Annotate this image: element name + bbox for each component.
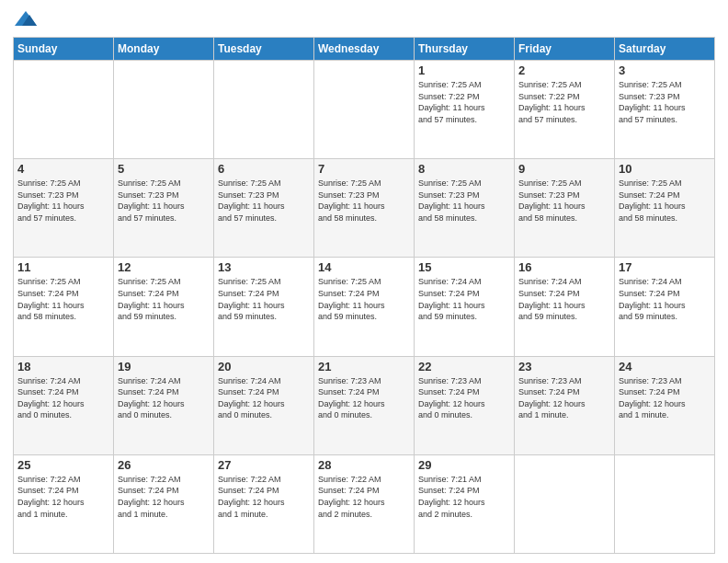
calendar-cell: 8Sunrise: 7:25 AM Sunset: 7:23 PM Daylig… — [415, 159, 515, 258]
calendar-cell: 6Sunrise: 7:25 AM Sunset: 7:23 PM Daylig… — [214, 159, 314, 258]
day-number: 24 — [619, 360, 711, 373]
day-info: Sunrise: 7:25 AM Sunset: 7:24 PM Dayligh… — [318, 276, 410, 322]
header-saturday: Saturday — [615, 38, 715, 61]
calendar-cell — [615, 454, 715, 553]
day-info: Sunrise: 7:22 AM Sunset: 7:24 PM Dayligh… — [118, 474, 210, 520]
day-info: Sunrise: 7:24 AM Sunset: 7:24 PM Dayligh… — [17, 375, 109, 421]
day-info: Sunrise: 7:23 AM Sunset: 7:24 PM Dayligh… — [619, 375, 711, 421]
header-sunday: Sunday — [14, 38, 114, 61]
day-info: Sunrise: 7:22 AM Sunset: 7:24 PM Dayligh… — [17, 474, 109, 520]
calendar-cell: 9Sunrise: 7:25 AM Sunset: 7:23 PM Daylig… — [515, 159, 615, 258]
calendar-cell — [14, 61, 114, 159]
day-number: 10 — [619, 162, 711, 176]
day-info: Sunrise: 7:22 AM Sunset: 7:24 PM Dayligh… — [218, 474, 310, 520]
day-info: Sunrise: 7:24 AM Sunset: 7:24 PM Dayligh… — [418, 276, 510, 322]
calendar-week-4: 18Sunrise: 7:24 AM Sunset: 7:24 PM Dayli… — [14, 356, 715, 454]
calendar-cell — [515, 454, 615, 553]
calendar-cell — [114, 61, 214, 159]
calendar-week-3: 11Sunrise: 7:25 AM Sunset: 7:24 PM Dayli… — [14, 258, 715, 356]
day-number: 9 — [518, 162, 610, 176]
day-number: 18 — [17, 360, 109, 373]
calendar-cell: 16Sunrise: 7:24 AM Sunset: 7:24 PM Dayli… — [515, 258, 615, 356]
calendar-cell: 14Sunrise: 7:25 AM Sunset: 7:24 PM Dayli… — [314, 258, 415, 356]
day-number: 6 — [218, 162, 310, 176]
calendar-cell: 29Sunrise: 7:21 AM Sunset: 7:24 PM Dayli… — [415, 454, 515, 553]
day-number: 3 — [619, 63, 711, 77]
day-number: 15 — [418, 260, 510, 274]
calendar-cell: 24Sunrise: 7:23 AM Sunset: 7:24 PM Dayli… — [615, 356, 715, 454]
day-info: Sunrise: 7:23 AM Sunset: 7:24 PM Dayligh… — [318, 375, 410, 421]
day-number: 13 — [218, 260, 310, 274]
calendar-table: SundayMondayTuesdayWednesdayThursdayFrid… — [13, 37, 715, 554]
calendar-cell — [214, 61, 314, 159]
day-info: Sunrise: 7:23 AM Sunset: 7:24 PM Dayligh… — [518, 375, 610, 421]
calendar-cell: 19Sunrise: 7:24 AM Sunset: 7:24 PM Dayli… — [114, 356, 214, 454]
day-number: 16 — [518, 260, 610, 274]
calendar-cell: 4Sunrise: 7:25 AM Sunset: 7:23 PM Daylig… — [14, 159, 114, 258]
day-info: Sunrise: 7:25 AM Sunset: 7:23 PM Dayligh… — [619, 79, 711, 125]
calendar-cell: 12Sunrise: 7:25 AM Sunset: 7:24 PM Dayli… — [114, 258, 214, 356]
day-info: Sunrise: 7:25 AM Sunset: 7:23 PM Dayligh… — [518, 178, 610, 224]
calendar-cell: 11Sunrise: 7:25 AM Sunset: 7:24 PM Dayli… — [14, 258, 114, 356]
day-number: 23 — [518, 360, 610, 373]
calendar-cell: 2Sunrise: 7:25 AM Sunset: 7:22 PM Daylig… — [515, 61, 615, 159]
day-info: Sunrise: 7:25 AM Sunset: 7:24 PM Dayligh… — [118, 276, 210, 322]
calendar-cell: 22Sunrise: 7:23 AM Sunset: 7:24 PM Dayli… — [415, 356, 515, 454]
day-number: 27 — [218, 458, 310, 472]
calendar-cell: 13Sunrise: 7:25 AM Sunset: 7:24 PM Dayli… — [214, 258, 314, 356]
day-info: Sunrise: 7:25 AM Sunset: 7:22 PM Dayligh… — [418, 79, 510, 125]
day-number: 5 — [118, 162, 210, 176]
day-number: 20 — [218, 360, 310, 373]
calendar-cell: 26Sunrise: 7:22 AM Sunset: 7:24 PM Dayli… — [114, 454, 214, 553]
calendar-cell: 21Sunrise: 7:23 AM Sunset: 7:24 PM Dayli… — [314, 356, 415, 454]
day-number: 22 — [418, 360, 510, 373]
calendar-cell: 15Sunrise: 7:24 AM Sunset: 7:24 PM Dayli… — [415, 258, 515, 356]
calendar-cell: 23Sunrise: 7:23 AM Sunset: 7:24 PM Dayli… — [515, 356, 615, 454]
day-number: 17 — [619, 260, 711, 274]
header-wednesday: Wednesday — [314, 38, 415, 61]
calendar-cell: 18Sunrise: 7:24 AM Sunset: 7:24 PM Dayli… — [14, 356, 114, 454]
calendar-week-1: 1Sunrise: 7:25 AM Sunset: 7:22 PM Daylig… — [14, 61, 715, 159]
header-monday: Monday — [114, 38, 214, 61]
day-info: Sunrise: 7:25 AM Sunset: 7:23 PM Dayligh… — [17, 178, 109, 224]
logo — [13, 9, 42, 29]
header — [13, 9, 715, 29]
day-info: Sunrise: 7:24 AM Sunset: 7:24 PM Dayligh… — [619, 276, 711, 322]
day-info: Sunrise: 7:21 AM Sunset: 7:24 PM Dayligh… — [418, 474, 510, 520]
calendar-cell: 25Sunrise: 7:22 AM Sunset: 7:24 PM Dayli… — [14, 454, 114, 553]
day-info: Sunrise: 7:25 AM Sunset: 7:24 PM Dayligh… — [17, 276, 109, 322]
day-info: Sunrise: 7:25 AM Sunset: 7:23 PM Dayligh… — [218, 178, 310, 224]
day-number: 8 — [418, 162, 510, 176]
calendar-cell — [314, 61, 415, 159]
calendar-cell: 5Sunrise: 7:25 AM Sunset: 7:23 PM Daylig… — [114, 159, 214, 258]
header-friday: Friday — [515, 38, 615, 61]
calendar-cell: 7Sunrise: 7:25 AM Sunset: 7:23 PM Daylig… — [314, 159, 415, 258]
day-number: 7 — [318, 162, 410, 176]
calendar-week-2: 4Sunrise: 7:25 AM Sunset: 7:23 PM Daylig… — [14, 159, 715, 258]
day-number: 2 — [518, 63, 610, 77]
day-info: Sunrise: 7:25 AM Sunset: 7:24 PM Dayligh… — [619, 178, 711, 224]
calendar-cell: 27Sunrise: 7:22 AM Sunset: 7:24 PM Dayli… — [214, 454, 314, 553]
day-info: Sunrise: 7:25 AM Sunset: 7:23 PM Dayligh… — [118, 178, 210, 224]
day-info: Sunrise: 7:25 AM Sunset: 7:23 PM Dayligh… — [418, 178, 510, 224]
calendar-cell: 3Sunrise: 7:25 AM Sunset: 7:23 PM Daylig… — [615, 61, 715, 159]
day-number: 21 — [318, 360, 410, 373]
day-number: 29 — [418, 458, 510, 472]
calendar-cell: 1Sunrise: 7:25 AM Sunset: 7:22 PM Daylig… — [415, 61, 515, 159]
calendar-cell: 10Sunrise: 7:25 AM Sunset: 7:24 PM Dayli… — [615, 159, 715, 258]
day-info: Sunrise: 7:24 AM Sunset: 7:24 PM Dayligh… — [218, 375, 310, 421]
day-info: Sunrise: 7:22 AM Sunset: 7:24 PM Dayligh… — [318, 474, 410, 520]
day-info: Sunrise: 7:23 AM Sunset: 7:24 PM Dayligh… — [418, 375, 510, 421]
calendar-week-5: 25Sunrise: 7:22 AM Sunset: 7:24 PM Dayli… — [14, 454, 715, 553]
day-number: 4 — [17, 162, 109, 176]
day-info: Sunrise: 7:25 AM Sunset: 7:23 PM Dayligh… — [318, 178, 410, 224]
logo-icon — [13, 9, 39, 29]
day-info: Sunrise: 7:24 AM Sunset: 7:24 PM Dayligh… — [518, 276, 610, 322]
calendar-cell: 20Sunrise: 7:24 AM Sunset: 7:24 PM Dayli… — [214, 356, 314, 454]
header-tuesday: Tuesday — [214, 38, 314, 61]
day-number: 12 — [118, 260, 210, 274]
day-info: Sunrise: 7:25 AM Sunset: 7:22 PM Dayligh… — [518, 79, 610, 125]
day-number: 11 — [17, 260, 109, 274]
day-number: 14 — [318, 260, 410, 274]
day-number: 28 — [318, 458, 410, 472]
